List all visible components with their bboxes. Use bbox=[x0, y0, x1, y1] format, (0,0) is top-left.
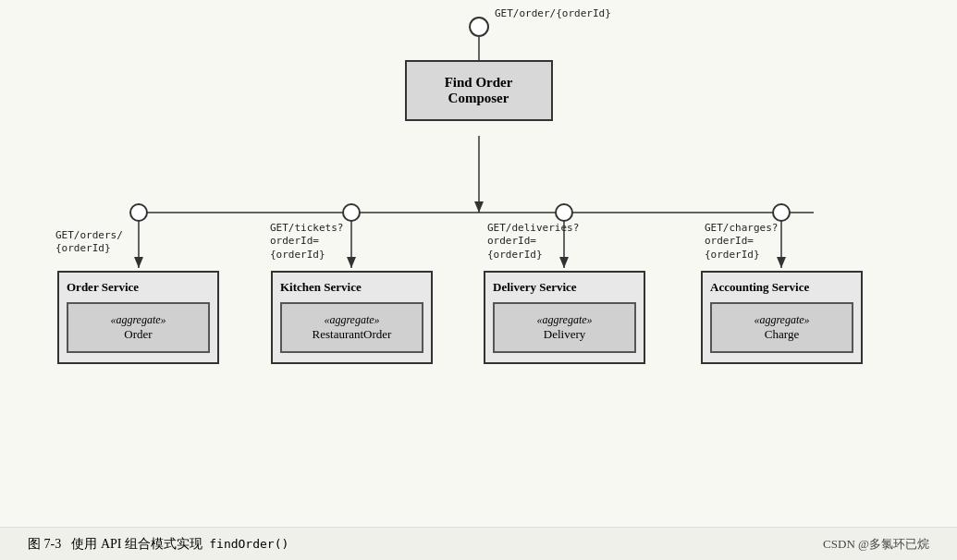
svg-marker-11 bbox=[474, 201, 484, 213]
top-circle bbox=[469, 17, 489, 37]
caption-description: 使用 API 组合模式实现 bbox=[71, 537, 202, 551]
service-box-delivery: Delivery Service «aggregate» Delivery bbox=[484, 271, 645, 364]
api-label-kitchen: GET/tickets?orderId={orderId} bbox=[270, 222, 343, 262]
caption-text: 图 7-3 使用 API 组合模式实现 findOrder() bbox=[28, 536, 288, 553]
caption-prefix: 图 7-3 bbox=[28, 537, 61, 551]
top-api-label: GET/order/{orderId} bbox=[495, 7, 611, 20]
service-box-kitchen: Kitchen Service «aggregate» RestaurantOr… bbox=[271, 271, 433, 364]
caption-bar: 图 7-3 使用 API 组合模式实现 findOrder() CSDN @多氯… bbox=[0, 527, 957, 560]
aggregate-box-delivery: «aggregate» Delivery bbox=[493, 302, 636, 353]
svg-marker-10 bbox=[777, 257, 786, 268]
diagram-container: GET/order/{orderId} Find Order Composer … bbox=[0, 0, 957, 527]
api-label-accounting: GET/charges?orderId={orderId} bbox=[705, 222, 778, 262]
svg-marker-6 bbox=[347, 257, 356, 268]
caption-brand: CSDN @多氯环已烷 bbox=[823, 536, 929, 553]
aggregate-box-kitchen: «aggregate» RestaurantOrder bbox=[280, 302, 423, 353]
service-title-delivery: Delivery Service bbox=[493, 280, 636, 295]
caption-code: findOrder() bbox=[209, 537, 288, 551]
svg-marker-4 bbox=[134, 257, 143, 268]
aggregate-box-order: «aggregate» Order bbox=[67, 302, 210, 353]
service-title-kitchen: Kitchen Service bbox=[280, 280, 423, 295]
service-box-accounting: Accounting Service «aggregate» Charge bbox=[701, 271, 863, 364]
aggregate-box-accounting: «aggregate» Charge bbox=[710, 302, 853, 353]
branch-circle-accounting bbox=[772, 203, 791, 222]
composer-box: Find Order Composer bbox=[405, 60, 553, 121]
api-label-order: GET/orders/{orderId} bbox=[55, 229, 123, 256]
branch-circle-kitchen bbox=[342, 203, 361, 222]
branch-circle-order bbox=[129, 203, 148, 222]
service-box-order: Order Service «aggregate» Order bbox=[57, 271, 219, 364]
api-label-delivery: GET/deliveries?orderId={orderId} bbox=[487, 222, 579, 262]
branch-circle-delivery bbox=[555, 203, 573, 222]
service-title-accounting: Accounting Service bbox=[710, 280, 853, 295]
service-title-order: Order Service bbox=[67, 280, 210, 295]
